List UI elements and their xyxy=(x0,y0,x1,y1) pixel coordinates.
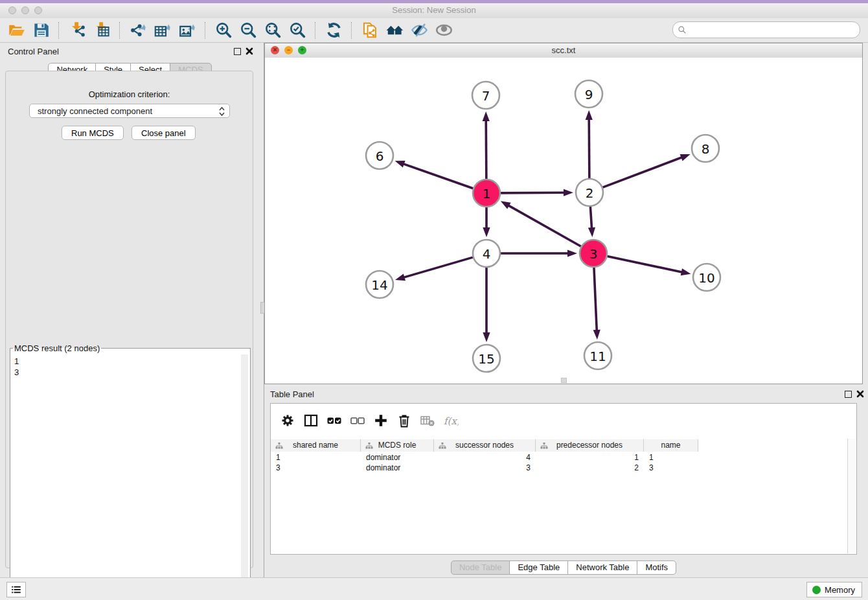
cell-successor-nodes[interactable]: 4 xyxy=(434,452,536,463)
export-image-icon[interactable] xyxy=(176,21,198,40)
graph-edge-4-14[interactable] xyxy=(403,257,472,277)
graph-edge-1-2[interactable] xyxy=(501,192,565,193)
network-canvas[interactable]: 7968124314101511 xyxy=(265,58,862,384)
column-header-name[interactable]: name xyxy=(644,439,698,452)
arrowhead-icon xyxy=(586,110,593,120)
graph-node-7[interactable]: 7 xyxy=(472,82,499,109)
graph-node-4[interactable]: 4 xyxy=(473,240,500,267)
node-label: 6 xyxy=(376,148,384,164)
control-panel-title: Control Panel xyxy=(8,47,59,56)
column-header-MCDS-role[interactable]: MCDS role xyxy=(361,439,434,452)
zoom-fit-icon[interactable] xyxy=(262,21,284,40)
optimization-criterion-dropdown[interactable]: strongly connected component xyxy=(29,104,230,118)
cell-MCDS-role[interactable]: dominator xyxy=(361,463,434,473)
graph-edge-2-8[interactable] xyxy=(603,157,683,187)
delete-table-icon xyxy=(416,411,439,430)
table-scrollbar[interactable] xyxy=(847,439,856,553)
zoom-out-icon[interactable] xyxy=(237,21,259,40)
cell-shared-name[interactable]: 1 xyxy=(271,452,361,463)
application-window: Session: New Session Control Panel Netwo… xyxy=(0,0,868,600)
export-network-icon[interactable] xyxy=(127,21,149,40)
close-panel-button[interactable]: Close panel xyxy=(131,126,196,140)
export-table-icon[interactable] xyxy=(152,21,174,40)
graph-node-3[interactable]: 3 xyxy=(580,240,607,267)
graph-edge-1-6[interactable] xyxy=(403,164,473,189)
arrowhead-icon xyxy=(483,332,490,342)
arrowhead-icon xyxy=(395,161,405,168)
deselect-all-icon[interactable] xyxy=(346,411,369,430)
cell-name[interactable]: 3 xyxy=(644,463,698,473)
delete-icon[interactable] xyxy=(393,411,416,430)
column-header-predecessor-nodes[interactable]: predecessor nodes xyxy=(536,439,644,452)
table-row[interactable]: 3dominator323 xyxy=(271,463,858,473)
cell-MCDS-role[interactable]: dominator xyxy=(361,452,434,463)
graph-edge-2-3[interactable] xyxy=(590,207,591,229)
graph-node-9[interactable]: 9 xyxy=(575,80,602,108)
canvas-resize-handle[interactable] xyxy=(561,378,567,383)
window-titlebar: Session: New Session xyxy=(0,3,868,19)
graph-edge-2-9[interactable] xyxy=(589,119,589,178)
open-icon[interactable] xyxy=(5,21,27,40)
settings-icon[interactable] xyxy=(276,411,299,430)
column-header-shared-name[interactable]: shared name xyxy=(271,439,361,452)
table-panel: Table Panel f(x) shared nameMCDS rolesuc… xyxy=(264,386,863,577)
memory-status-icon xyxy=(812,586,821,594)
graph-node-10[interactable]: 10 xyxy=(693,264,720,291)
import-network-icon[interactable] xyxy=(66,21,88,40)
status-bar: Memory xyxy=(0,577,868,600)
node-table: f(x) shared nameMCDS rolesuccessor nodes… xyxy=(270,403,857,555)
graphics-details-icon[interactable] xyxy=(408,21,430,40)
graph-node-1[interactable]: 1 xyxy=(473,179,500,207)
tab-edge-table[interactable]: Edge Table xyxy=(509,560,568,575)
duplicate-network-icon[interactable] xyxy=(359,21,381,40)
cell-shared-name[interactable]: 3 xyxy=(271,463,361,473)
select-all-icon[interactable] xyxy=(323,411,346,430)
zoom-selected-icon[interactable] xyxy=(286,21,308,40)
tab-node-table[interactable]: Node Table xyxy=(451,560,510,575)
arrowhead-icon xyxy=(567,249,577,257)
column-header-successor-nodes[interactable]: successor nodes xyxy=(434,439,536,452)
home-view-icon[interactable] xyxy=(383,21,405,40)
graph-node-6[interactable]: 6 xyxy=(366,142,393,169)
graph-node-2[interactable]: 2 xyxy=(576,179,603,206)
columns-icon[interactable] xyxy=(299,411,323,430)
close-panel-icon[interactable] xyxy=(245,47,254,56)
network-graph: 7968124314101511 xyxy=(265,58,862,384)
table-row[interactable]: 1dominator411 xyxy=(271,452,858,463)
graph-edge-3-11[interactable] xyxy=(594,268,597,331)
graph-edge-3-10[interactable] xyxy=(608,257,683,273)
mcds-result-box: MCDS result (2 nodes) 1 3 xyxy=(10,343,251,586)
birds-eye-icon[interactable] xyxy=(433,21,455,40)
cell-successor-nodes[interactable]: 3 xyxy=(434,463,536,473)
run-mcds-button[interactable]: Run MCDS xyxy=(62,126,124,140)
search-input[interactable] xyxy=(690,23,854,36)
add-icon[interactable] xyxy=(369,411,393,430)
refresh-layout-icon[interactable] xyxy=(323,21,345,40)
zoom-in-icon[interactable] xyxy=(212,21,234,40)
graph-edge-3-1[interactable] xyxy=(508,205,581,247)
memory-button[interactable]: Memory xyxy=(806,582,862,597)
task-history-icon[interactable] xyxy=(6,582,26,597)
import-table-icon[interactable] xyxy=(91,21,113,40)
graph-node-15[interactable]: 15 xyxy=(473,345,500,372)
float-panel-icon[interactable] xyxy=(234,48,241,55)
graph-node-8[interactable]: 8 xyxy=(692,135,719,162)
cell-predecessor-nodes[interactable]: 1 xyxy=(536,452,644,463)
node-label: 1 xyxy=(483,186,491,202)
save-icon[interactable] xyxy=(30,21,52,40)
close-table-panel-icon[interactable] xyxy=(856,389,865,398)
column-sort-icon xyxy=(439,442,446,450)
node-label: 8 xyxy=(702,141,710,157)
graph-node-11[interactable]: 11 xyxy=(584,342,611,369)
tab-motifs[interactable]: Motifs xyxy=(637,560,676,575)
cell-predecessor-nodes[interactable]: 2 xyxy=(536,463,644,473)
network-view-titlebar: ✕ − + scc.txt xyxy=(265,43,862,58)
table-toolbar: f(x) xyxy=(276,409,463,432)
cell-name[interactable]: 1 xyxy=(644,452,698,463)
graph-edge-1-7[interactable] xyxy=(486,120,486,179)
float-table-panel-icon[interactable] xyxy=(845,391,852,398)
panel-splitter[interactable] xyxy=(260,43,264,577)
tab-network-table[interactable]: Network Table xyxy=(567,560,637,575)
graph-node-14[interactable]: 14 xyxy=(366,271,393,298)
result-scrollbar[interactable] xyxy=(241,354,248,583)
